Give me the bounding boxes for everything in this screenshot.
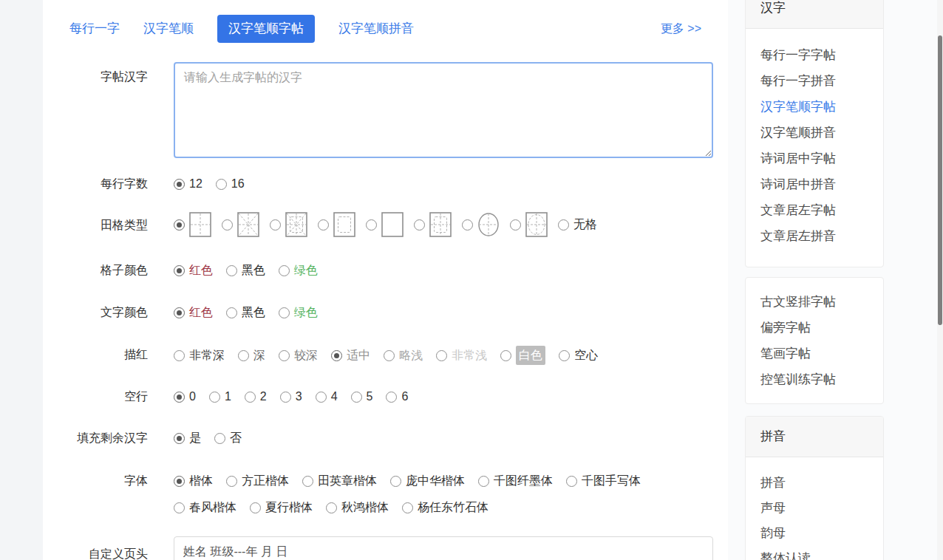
field-label-copybook-chars: 字帖汉字 xyxy=(43,62,148,86)
option-label: 无格 xyxy=(573,216,597,233)
grid-color-option[interactable]: 红色 xyxy=(174,262,213,279)
custom-header-input[interactable] xyxy=(174,536,713,560)
tab-item[interactable]: 汉字笔顺 xyxy=(143,15,194,43)
trace-red-option[interactable]: 非常浅 xyxy=(436,346,487,364)
radio-icon xyxy=(386,392,397,403)
fill-remaining-options: 是否 xyxy=(174,429,695,447)
sidebar-item[interactable]: 诗词居中拼音 xyxy=(746,171,883,197)
option-label: 黑色 xyxy=(242,262,265,279)
trace-red-option[interactable]: 非常深 xyxy=(174,346,225,364)
font-option[interactable]: 杨任东竹石体 xyxy=(402,499,488,516)
sidebar-item[interactable]: 每行一字拼音 xyxy=(746,68,883,94)
empty-rows-option[interactable]: 6 xyxy=(386,388,408,406)
fill-remaining-option[interactable]: 是 xyxy=(174,429,201,447)
option-label: 红色 xyxy=(189,262,213,279)
field-label-custom-header: 自定义页头 xyxy=(43,536,148,560)
sidebar-item[interactable]: 韵母 xyxy=(746,521,883,546)
fang-grid-icon xyxy=(381,212,404,237)
empty-rows-options: 0123456 xyxy=(174,388,695,406)
chars-per-row-option[interactable]: 12 xyxy=(174,175,202,193)
grid-type-option[interactable] xyxy=(366,212,404,237)
font-option[interactable]: 楷体 xyxy=(174,472,213,490)
scrollbar-thumb[interactable] xyxy=(938,35,942,325)
text-color-option[interactable]: 绿色 xyxy=(279,304,318,321)
grid-color-option[interactable]: 黑色 xyxy=(226,262,265,279)
option-label: 否 xyxy=(230,429,242,447)
trace-red-option[interactable]: 白色 xyxy=(500,346,545,365)
trace-red-option[interactable]: 略浅 xyxy=(384,346,423,364)
empty-rows-option[interactable]: 3 xyxy=(280,388,302,406)
sidebar-item[interactable]: 整体认读 xyxy=(746,546,883,560)
option-label: 夏行楷体 xyxy=(265,499,313,516)
font-option[interactable]: 方正楷体 xyxy=(226,472,289,490)
grid-type-option[interactable]: 无格 xyxy=(558,216,597,233)
grid-type-option[interactable] xyxy=(318,212,355,237)
radio-icon xyxy=(390,476,401,487)
radio-icon xyxy=(558,219,569,231)
sidebar-item[interactable]: 汉字笔顺拼音 xyxy=(746,120,883,146)
trace-red-option[interactable]: 深 xyxy=(238,346,265,364)
form-row-font: 字体 楷体方正楷体田英章楷体庞中华楷体千图纤墨体千图手写体春风楷体夏行楷体秋鸿楷… xyxy=(43,472,695,516)
empty-rows-option[interactable]: 2 xyxy=(245,388,267,406)
font-option[interactable]: 春风楷体 xyxy=(174,499,236,516)
radio-icon xyxy=(250,502,261,513)
sidebar-item[interactable]: 拼音 xyxy=(746,471,883,496)
sidebar-item[interactable]: 控笔训练字帖 xyxy=(746,366,883,392)
radio-icon xyxy=(402,502,413,513)
font-option[interactable]: 千图纤墨体 xyxy=(478,472,553,490)
font-option[interactable]: 庞中华楷体 xyxy=(390,472,465,490)
grid-type-option[interactable] xyxy=(510,212,548,237)
sidebar-item[interactable]: 汉字笔顺字帖 xyxy=(746,94,883,120)
grid-color-option[interactable]: 绿色 xyxy=(279,262,318,279)
font-option[interactable]: 秋鸿楷体 xyxy=(326,499,389,516)
grid-type-option[interactable] xyxy=(222,212,259,237)
option-label: 春风楷体 xyxy=(189,499,236,516)
tab-active[interactable]: 汉字笔顺字帖 xyxy=(217,15,315,43)
text-color-option[interactable]: 红色 xyxy=(174,304,213,321)
sidebar-item[interactable]: 声母 xyxy=(746,496,883,521)
sidebar-item[interactable]: 文章居左拼音 xyxy=(746,223,883,249)
option-label: 12 xyxy=(189,175,202,193)
option-label: 适中 xyxy=(347,346,370,364)
copybook-chars-input[interactable] xyxy=(174,62,713,158)
empty-rows-option[interactable]: 1 xyxy=(209,388,231,406)
sidebar-item[interactable]: 文章居左字帖 xyxy=(746,197,883,223)
radio-checked-icon xyxy=(174,476,185,487)
sidebar-item[interactable]: 诗词居中字帖 xyxy=(746,146,883,171)
font-option[interactable]: 夏行楷体 xyxy=(250,499,313,516)
grid-type-option[interactable] xyxy=(270,212,307,237)
form-row-custom-header: 自定义页头 xyxy=(43,536,713,560)
tab-item[interactable]: 汉字笔顺拼音 xyxy=(338,15,414,43)
trace-red-option[interactable]: 适中 xyxy=(331,346,370,364)
sidebar-item[interactable]: 笔画字帖 xyxy=(746,341,883,366)
radio-icon xyxy=(245,392,256,403)
empty-rows-option[interactable]: 4 xyxy=(316,388,338,406)
yuan-grid-icon xyxy=(477,212,500,237)
trace-red-option[interactable]: 空心 xyxy=(559,346,598,364)
chars-per-row-option[interactable]: 16 xyxy=(216,175,245,193)
tab-item[interactable]: 每行一字 xyxy=(69,15,120,43)
font-option[interactable]: 田英章楷体 xyxy=(302,472,377,490)
empty-rows-option[interactable]: 5 xyxy=(351,388,373,406)
sidebar-item[interactable]: 每行一字字帖 xyxy=(746,42,883,68)
tian-grid-icon xyxy=(189,212,211,237)
sidebar-item[interactable]: 偏旁字帖 xyxy=(746,315,883,341)
text-color-option[interactable]: 黑色 xyxy=(226,304,265,321)
option-label: 绿色 xyxy=(294,262,318,279)
more-link[interactable]: 更多 >> xyxy=(661,15,701,43)
grid-type-option[interactable] xyxy=(174,212,211,237)
font-option[interactable]: 千图手写体 xyxy=(566,472,641,490)
radio-checked-icon xyxy=(174,433,185,444)
form-row-text-color: 文字颜色 红色黑色绿色 xyxy=(43,304,695,321)
grid-color-options: 红色黑色绿色 xyxy=(174,262,695,279)
empty-rows-option[interactable]: 0 xyxy=(174,388,196,406)
grid-type-option[interactable] xyxy=(462,212,500,237)
main-panel: 每行一字汉字笔顺汉字笔顺字帖汉字笔顺拼音 更多 >> 字帖汉字 每行字数 121… xyxy=(43,0,728,560)
grid-type-option[interactable] xyxy=(414,212,452,237)
sidebar-item[interactable]: 古文竖排字帖 xyxy=(746,289,883,315)
scrollbar[interactable] xyxy=(937,0,943,560)
fill-remaining-option[interactable]: 否 xyxy=(214,429,242,447)
field-label-grid-color: 格子颜色 xyxy=(43,262,148,279)
trace-red-option[interactable]: 较深 xyxy=(279,346,318,364)
option-label: 4 xyxy=(331,388,338,406)
